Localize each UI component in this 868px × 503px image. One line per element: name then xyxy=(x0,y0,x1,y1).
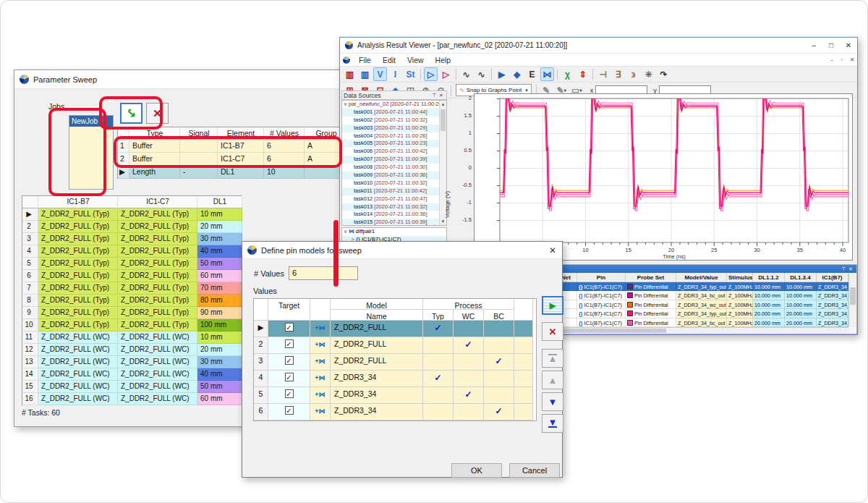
table-cell[interactable]: 6 xyxy=(264,140,305,153)
table-cell[interactable]: Z_DDR3_34_typ_out xyxy=(676,309,727,318)
row-marker[interactable]: 8 xyxy=(22,295,38,307)
target-cell[interactable]: ✓ xyxy=(268,387,310,404)
column-header[interactable]: Type xyxy=(129,127,180,140)
table-cell[interactable]: 10 mm xyxy=(197,331,242,344)
cancel-button[interactable]: Cancel xyxy=(509,463,560,478)
row-marker[interactable]: 4 xyxy=(22,245,38,258)
row-marker[interactable]: 2 xyxy=(118,153,129,166)
row-marker[interactable]: 1 xyxy=(118,140,129,153)
table-cell[interactable]: Z_DDR3_34_bc_out xyxy=(676,318,727,327)
table-cell[interactable]: Pin Differential xyxy=(626,309,676,318)
table-cell[interactable]: {} IC1(B7)-IC1(C7) xyxy=(577,282,626,291)
typ-cell[interactable]: ✓ xyxy=(423,371,454,387)
tree-task-item[interactable]: task015 [2020-07-21 11:00:39] xyxy=(342,219,446,226)
table-cell[interactable]: Z_DDR2_FULL (Typ) xyxy=(118,282,197,295)
probe-vscrollbar[interactable] xyxy=(848,273,856,327)
tree-task-item[interactable]: task011 [2020-07-21 11:00:42] xyxy=(342,187,446,195)
table-cell[interactable]: Z_DDR2_FULL (WC) xyxy=(38,368,118,381)
table-cell[interactable]: 20.000 mm xyxy=(785,309,817,318)
table-cell[interactable]: Z_DDR2_FULL (WC) xyxy=(118,381,197,393)
column-header[interactable]: DL1.1.2 xyxy=(753,273,785,282)
typ-cell[interactable]: ✓ xyxy=(423,321,454,337)
table-cell[interactable] xyxy=(180,140,218,153)
bc-cell[interactable]: ✓ xyxy=(484,354,514,371)
dialog-close-icon[interactable]: ✕ xyxy=(543,245,562,255)
table-cell[interactable]: Z_100MHz xyxy=(727,300,753,309)
table-cell[interactable]: 30 mm xyxy=(197,356,242,368)
table-cell[interactable]: 50 mm xyxy=(197,258,242,270)
column-header[interactable]: Probe Set xyxy=(626,273,676,282)
wc-cell[interactable]: ✓ xyxy=(454,337,484,354)
cursor-curve2-icon[interactable]: ∿ xyxy=(475,67,488,81)
eye-diagram-icon[interactable]: ▷ xyxy=(424,67,438,81)
bc-cell[interactable] xyxy=(484,321,514,337)
table-cell[interactable]: 50 mm xyxy=(197,381,242,393)
table-cell[interactable]: 60 mm xyxy=(197,270,242,282)
dialog-titlebar[interactable]: Define pin models for sweep ✕ xyxy=(242,242,562,259)
cursor-curve-icon[interactable]: ∿ xyxy=(459,67,473,81)
table-cell[interactable]: 40 mm xyxy=(197,245,242,258)
table-cell[interactable]: Z_DDR2_FULL (Typ) xyxy=(118,319,197,331)
current-icon[interactable]: I xyxy=(388,67,402,81)
table-cell[interactable]: {} IC1(B7)-IC1(C7) xyxy=(577,291,626,300)
table-cell[interactable]: Z_DDR3_34_wc_out xyxy=(817,300,848,309)
table-cell[interactable]: Z_DDR2_FULL (Typ) xyxy=(38,282,118,295)
marker-e-icon[interactable]: E xyxy=(525,67,539,81)
table-cell[interactable]: 60 mm xyxy=(197,393,242,405)
column-header[interactable]: Signal xyxy=(180,127,218,140)
table-cell[interactable]: Z_DDR2_FULL (WC) xyxy=(118,393,197,405)
panel-close-icon[interactable]: ✕ xyxy=(438,93,445,98)
measure-updown-icon[interactable]: ⇕ xyxy=(576,67,590,81)
maximize-icon[interactable]: □ xyxy=(822,41,840,49)
table-cell[interactable]: Z_100MHz xyxy=(727,282,753,291)
job-list-item[interactable]: NewJob xyxy=(69,116,113,127)
table-cell[interactable]: 20 mm xyxy=(197,344,242,356)
row-marker[interactable]: 7 xyxy=(22,282,38,295)
table-cell[interactable]: Z_DDR2_FULL (WC) xyxy=(38,393,118,405)
table-cell[interactable]: Z_DDR2_FULL (WC) xyxy=(118,356,197,368)
lasso-icon[interactable]: ↷ xyxy=(657,67,671,81)
wc-cell[interactable] xyxy=(454,354,484,371)
crossprobe-icon[interactable]: ⋈ xyxy=(540,67,554,81)
plot-current-icon[interactable]: ▥ xyxy=(358,67,372,81)
tree-task-item[interactable]: task014 [2020-07-21 11:00:36] xyxy=(342,211,446,219)
bc-cell[interactable]: ✓ xyxy=(484,404,514,420)
row-marker[interactable]: 2 xyxy=(22,221,38,233)
table-cell[interactable]: Z_DDR2_FULL (Typ) xyxy=(118,295,197,307)
row-marker[interactable]: 6 xyxy=(254,404,268,420)
table-cell[interactable]: Z_DDR2_FULL (Typ) xyxy=(38,295,118,307)
tree-task-item[interactable]: task006 [2020-07-21 11:00:42] xyxy=(342,148,446,156)
close-icon[interactable]: ✕ xyxy=(840,41,857,49)
scroll-thumb[interactable] xyxy=(441,109,446,131)
table-cell[interactable]: Z_DDR3_34_wc_out xyxy=(676,300,727,309)
table-cell[interactable]: Z_DDR2_FULL (WC) xyxy=(38,344,118,356)
tree-collapse-icon[interactable]: ∨ xyxy=(342,228,349,236)
column-header[interactable]: DL1.3.4 xyxy=(785,273,817,282)
tree-task-item[interactable]: task003 [2020-07-21 11:00:29] xyxy=(342,124,446,132)
row-marker[interactable]: ▶ xyxy=(22,208,38,221)
table-cell[interactable]: Z_DDR2_FULL (WC) xyxy=(38,381,118,393)
mdi-restore-icon[interactable]: ▫ xyxy=(837,56,847,63)
row-marker[interactable]: 5 xyxy=(22,258,38,270)
num-values-field[interactable]: 6 xyxy=(289,266,358,280)
typ-cell[interactable] xyxy=(423,354,454,371)
typ-cell[interactable] xyxy=(423,337,454,354)
scroll-up-icon[interactable]: ▲ xyxy=(440,102,446,106)
wc-cell[interactable] xyxy=(454,404,484,420)
target-checkbox[interactable]: ✓ xyxy=(285,339,294,348)
table-cell[interactable]: 20.000 mm xyxy=(753,309,785,318)
table-cell[interactable]: Z_DDR2_FULL (WC) xyxy=(118,368,197,381)
target-cell[interactable]: ✓ xyxy=(268,354,310,371)
table-cell[interactable]: Z_DDR2_FULL (Typ) xyxy=(118,221,197,233)
row-marker[interactable]: 6 xyxy=(22,270,38,282)
table-cell[interactable]: 10.000 mm xyxy=(785,282,817,291)
table-cell[interactable]: Z_100MHz xyxy=(727,309,753,318)
typ-cell[interactable] xyxy=(423,387,454,404)
table-cell[interactable]: Z_DDR3_34_bc_out xyxy=(817,318,848,327)
table-cell[interactable]: Z_DDR3_34_typ_out xyxy=(817,282,848,291)
menu-view[interactable]: View xyxy=(401,56,430,64)
table-cell[interactable]: Z_DDR2_FULL (Typ) xyxy=(118,245,197,258)
table-cell[interactable]: 90 mm xyxy=(197,307,242,319)
tree-task-item[interactable]: task007 [2020-07-21 11:00:39] xyxy=(342,156,446,164)
table-cell[interactable]: 10.000 mm xyxy=(753,300,785,309)
